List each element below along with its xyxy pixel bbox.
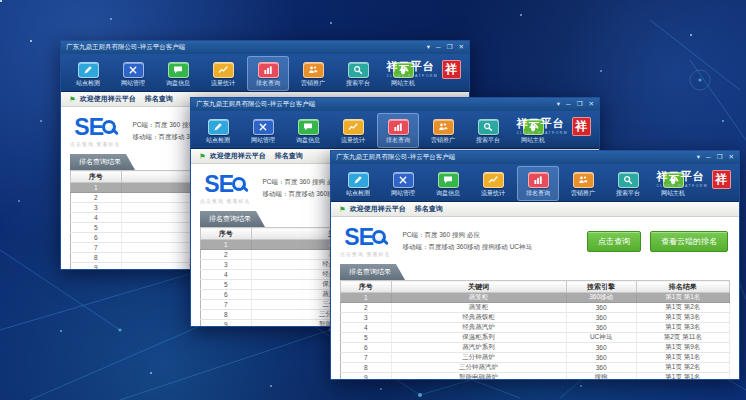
skin-button[interactable]: ▾	[427, 44, 430, 51]
table-row[interactable]: 4经典蒸汽炉360第1页 第3名	[341, 323, 730, 333]
toolbar-item-site-check[interactable]: 站点检测	[197, 113, 239, 148]
close-button[interactable]: ✕	[459, 44, 464, 51]
toolbar: 站点检测网站管理询盘信息流量统计排名查询营销推广搜索平台网站主机 祥云平台 CL…	[61, 54, 469, 92]
minimize-button[interactable]: ─	[706, 154, 711, 161]
toolbar-item-marketing[interactable]: 营销推广	[422, 113, 464, 148]
pencil-icon	[208, 119, 229, 135]
column-header[interactable]: 序号	[201, 228, 252, 240]
table-row[interactable]: 8三分钟蒸汽炉360第1页 第2名	[341, 363, 730, 373]
window-titlebar[interactable]: 广东九鼎王厨具有限公司-祥云平台客户端 ▾ ─ ❐ ✕	[61, 41, 469, 54]
toolbar-item-inquiry-info[interactable]: 询盘信息	[287, 113, 329, 148]
toolbar-item-search-platform[interactable]: 搜索平台	[607, 166, 649, 201]
table-row[interactable]: 7三分钟蒸炉360第1页 第1名	[341, 353, 730, 363]
cell-seq: 3	[71, 203, 122, 213]
main-content: SE 点击查询 查看排名 PC端：百度 360 搜狗 必应 移动端：百度移动 3…	[331, 217, 739, 379]
minimize-button[interactable]: ─	[436, 44, 441, 51]
brand-name: 祥云平台	[516, 118, 568, 129]
column-header[interactable]: 搜索引擎	[566, 281, 636, 293]
toolbar-item-site-check[interactable]: 站点检测	[337, 166, 379, 201]
toolbar-item-label: 网站管理	[251, 137, 275, 143]
toolbar-item-site-manage[interactable]: 网站管理	[382, 166, 424, 201]
welcome-text: 欢迎使用祥云平台	[350, 204, 406, 214]
cell-seq: 2	[71, 193, 122, 203]
minimize-button[interactable]: ─	[566, 101, 571, 108]
toolbar-item-rank-query[interactable]: 排名查询	[517, 166, 559, 201]
magnifier-icon	[372, 230, 386, 244]
toolbar-item-search-platform[interactable]: 搜索平台	[337, 56, 379, 91]
cell-keyword: 经典蒸汽炉	[391, 323, 566, 333]
query-button[interactable]: 点击查询	[587, 231, 641, 252]
toolbar-item-traffic-stats[interactable]: 流量统计	[472, 166, 514, 201]
window-controls: ▾ ─ ❐ ✕	[557, 101, 594, 108]
bar-chart-icon	[258, 62, 279, 78]
cell-rank: 第1页 第2名	[636, 363, 729, 373]
column-header[interactable]: 排名结果	[636, 281, 729, 293]
window-titlebar[interactable]: 广东九鼎王厨具有限公司-祥云平台客户端 ▾ ─ ❐ ✕	[191, 98, 599, 111]
toolbar-item-label: 网站管理	[391, 190, 415, 196]
brand-text: 祥云平台 CLOUD PLATFORM	[386, 61, 438, 78]
toolbar-item-marketing[interactable]: 营销推广	[292, 56, 334, 91]
brand: 祥云平台 CLOUD PLATFORM 祥	[516, 117, 591, 136]
toolbar-item-label: 排名查询	[526, 190, 550, 196]
results-tab[interactable]: 排名查询结果	[200, 211, 265, 227]
close-button[interactable]: ✕	[589, 101, 594, 108]
cell-seq: 5	[71, 223, 122, 233]
cell-engine: 360	[566, 353, 636, 363]
brand-badge-icon: 祥	[712, 170, 731, 189]
mobile-engines-line: 移动端：百度移动 360移动 搜狗移动 UC神马	[402, 241, 532, 253]
toolbar: 站点检测网站管理询盘信息流量统计排名查询营销推广搜索平台网站主机 祥云平台 CL…	[191, 111, 599, 149]
results-tab[interactable]: 排名查询结果	[340, 264, 405, 280]
table-row[interactable]: 2蒸笼柜360第1页 第2名	[341, 303, 730, 313]
results-tab[interactable]: 排名查询结果	[70, 154, 135, 170]
toolbar-item-rank-query[interactable]: 排名查询	[247, 56, 289, 91]
brand-text: 祥云平台 CLOUD PLATFORM	[656, 171, 708, 188]
line-chart-icon	[483, 172, 504, 188]
cell-engine: 360	[566, 343, 636, 353]
cell-seq: 5	[201, 280, 252, 290]
maximize-button[interactable]: ❐	[577, 101, 583, 108]
cell-seq: 4	[341, 323, 392, 333]
table-row[interactable]: 3经典蒸饭柜360第1页 第3名	[341, 313, 730, 323]
toolbar-item-rank-query[interactable]: 排名查询	[377, 113, 419, 148]
message-icon	[438, 172, 459, 188]
brand-subtitle: CLOUD PLATFORM	[516, 131, 568, 135]
table-row[interactable]: 5保温柜系列UC神马第2页 第11名	[341, 333, 730, 343]
skin-button[interactable]: ▾	[557, 101, 560, 108]
seo-logo-text: SE	[204, 173, 233, 196]
search-icon	[618, 172, 639, 188]
skin-button[interactable]: ▾	[697, 154, 700, 161]
seo-logo: SE 点击查询 查看排名	[70, 115, 120, 147]
message-icon	[298, 119, 319, 135]
column-header[interactable]: 序号	[71, 171, 122, 183]
toolbar-item-site-manage[interactable]: 网站管理	[242, 113, 284, 148]
toolbar-item-traffic-stats[interactable]: 流量统计	[332, 113, 374, 148]
table-row[interactable]: 6蒸汽炉系列360第1页 第9名	[341, 343, 730, 353]
seo-logo: SE 点击查询 查看排名	[200, 172, 250, 204]
results-table: 序号关键词搜索引擎排名结果 1蒸笼柜360移动第1页 第1名2蒸笼柜360第1页…	[340, 280, 730, 379]
maximize-button[interactable]: ❐	[447, 44, 453, 51]
toolbar-item-traffic-stats[interactable]: 流量统计	[202, 56, 244, 91]
table-row[interactable]: 1蒸笼柜360移动第1页 第1名	[341, 293, 730, 303]
toolbar-item-inquiry-info[interactable]: 询盘信息	[157, 56, 199, 91]
column-header[interactable]: 关键词	[391, 281, 566, 293]
toolbar: 站点检测网站管理询盘信息流量统计排名查询营销推广搜索平台网站主机 祥云平台 CL…	[331, 164, 739, 202]
flag-icon: ⚑	[339, 205, 346, 214]
window-titlebar[interactable]: 广东九鼎王厨具有限公司-祥云平台客户端 ▾ ─ ❐ ✕	[331, 151, 739, 164]
toolbar-item-search-platform[interactable]: 搜索平台	[467, 113, 509, 148]
magnifier-icon	[232, 177, 246, 191]
maximize-button[interactable]: ❐	[717, 154, 723, 161]
cell-engine: 360	[566, 323, 636, 333]
cell-rank: 第1页 第1名	[636, 373, 729, 380]
window-title: 广东九鼎王厨具有限公司-祥云平台客户端	[336, 153, 697, 162]
column-header[interactable]: 序号	[341, 281, 392, 293]
toolbar-item-inquiry-info[interactable]: 询盘信息	[427, 166, 469, 201]
table-row[interactable]: 9智能电磁蒸炉搜狗第1页 第1名	[341, 373, 730, 380]
cloud-rank-button[interactable]: 查看云端的排名	[650, 231, 728, 252]
toolbar-item-site-manage[interactable]: 网站管理	[112, 56, 154, 91]
toolbar-item-marketing[interactable]: 营销推广	[562, 166, 604, 201]
cell-engine: 360	[566, 303, 636, 313]
brand-subtitle: CLOUD PLATFORM	[656, 184, 708, 188]
close-button[interactable]: ✕	[729, 154, 734, 161]
toolbar-item-site-check[interactable]: 站点检测	[67, 56, 109, 91]
cell-keyword: 三分钟蒸汽炉	[391, 363, 566, 373]
